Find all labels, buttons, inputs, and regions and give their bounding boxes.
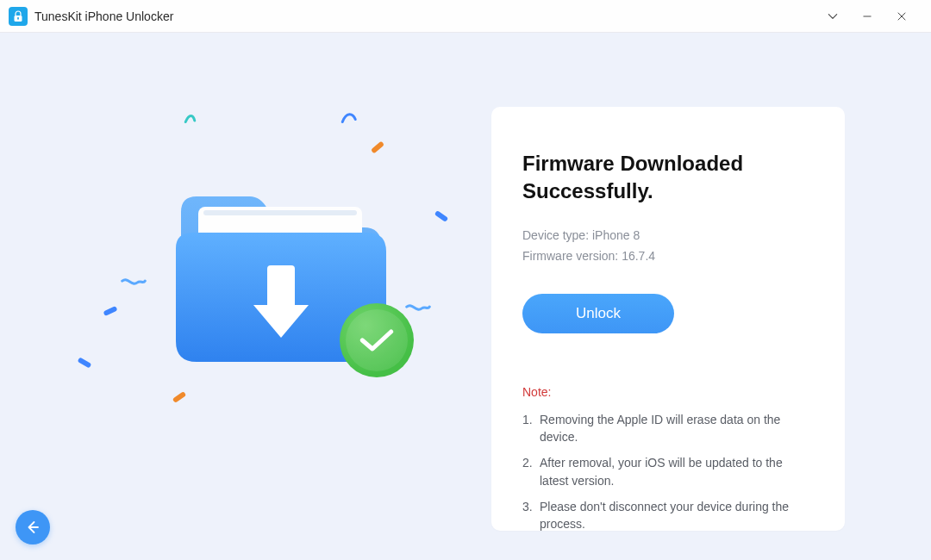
- back-button[interactable]: [16, 510, 50, 544]
- firmware-version-line: Firmware version: 16.7.4: [522, 249, 814, 263]
- device-type-line: Device type: iPhone 8: [522, 228, 814, 242]
- confetti-bit-icon: [172, 391, 187, 403]
- confetti-squiggle-icon: [405, 300, 431, 319]
- confetti-bit-icon: [434, 210, 449, 222]
- confetti-squiggle-icon: [181, 110, 207, 129]
- content-area: Firmware Downloaded Successfully. Device…: [0, 33, 931, 560]
- note-heading: Note:: [522, 385, 814, 399]
- device-type-value: iPhone 8: [592, 228, 640, 242]
- note-item: Removing the Apple ID will erase data on…: [522, 411, 814, 446]
- device-type-label: Device type:: [522, 228, 589, 242]
- note-list: Removing the Apple ID will erase data on…: [522, 411, 814, 533]
- note-item: After removal, your iOS will be updated …: [522, 454, 814, 489]
- svg-rect-6: [267, 265, 295, 308]
- dropdown-button[interactable]: [815, 0, 850, 33]
- app-logo-icon: [9, 7, 28, 26]
- confetti-bit-icon: [78, 357, 92, 368]
- confetti-bit-icon: [371, 141, 384, 154]
- result-heading: Firmware Downloaded Successfully.: [522, 150, 814, 206]
- arrow-left-icon: [25, 520, 41, 535]
- illustration-panel: [69, 84, 466, 455]
- confetti-squiggle-icon: [338, 110, 364, 129]
- note-item: Please don't disconnect your device duri…: [522, 498, 814, 533]
- firmware-version-value: 16.7.4: [622, 249, 655, 263]
- firmware-version-label: Firmware version:: [522, 249, 618, 263]
- result-card: Firmware Downloaded Successfully. Device…: [491, 107, 845, 531]
- close-button[interactable]: [884, 0, 919, 33]
- app-title: TunesKit iPhone Unlocker: [34, 9, 173, 23]
- svg-rect-3: [864, 16, 872, 16]
- confetti-squiggle-icon: [121, 274, 147, 293]
- confetti-bit-icon: [103, 306, 117, 316]
- svg-rect-2: [18, 18, 19, 20]
- unlock-button[interactable]: Unlock: [522, 294, 674, 333]
- download-folder-icon: [164, 171, 397, 369]
- svg-rect-5: [203, 210, 357, 215]
- success-check-icon: [340, 303, 414, 377]
- minimize-button[interactable]: [850, 0, 884, 33]
- title-bar: TunesKit iPhone Unlocker: [0, 0, 931, 33]
